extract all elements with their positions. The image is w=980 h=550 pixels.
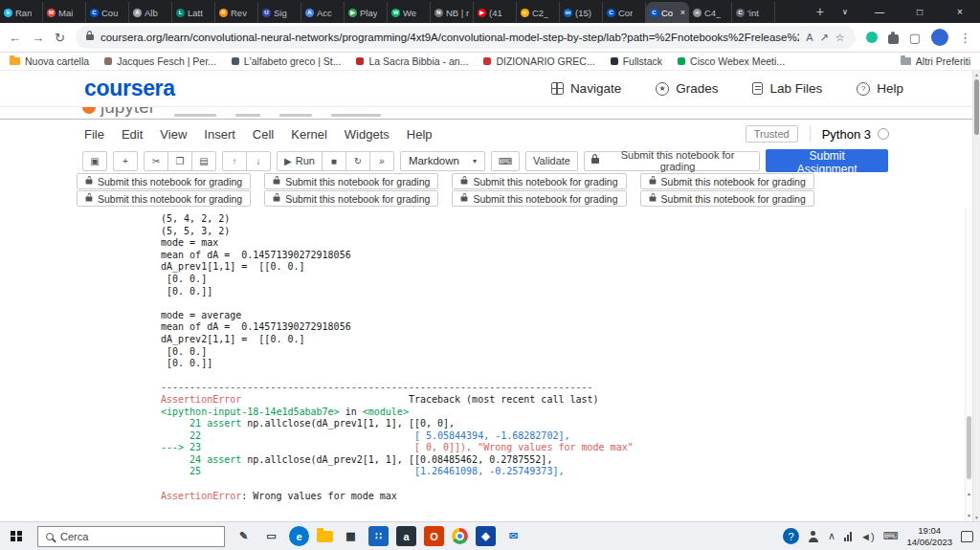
- taskbar-icon-file-explorer[interactable]: [317, 531, 333, 542]
- taskbar-search[interactable]: Cerca: [37, 526, 225, 547]
- browser-tab[interactable]: AAlb: [129, 2, 172, 23]
- nav-navigate[interactable]: Navigate: [551, 81, 621, 96]
- window-maximize-button[interactable]: □: [900, 0, 940, 23]
- browser-tab[interactable]: ∞C2_: [517, 2, 560, 23]
- scroll-down-icon[interactable]: ▼: [966, 513, 972, 518]
- submit-grading-button[interactable]: Submit this notebook for grading: [584, 151, 761, 171]
- taskbar-icon-bank-app[interactable]: ▦: [341, 526, 361, 546]
- taskbar-clock[interactable]: 19:04 14/06/2023: [906, 525, 952, 547]
- extension-green-icon[interactable]: [866, 32, 878, 43]
- taskbar-icon-a-app[interactable]: a: [396, 526, 416, 546]
- browser-tab[interactable]: C'int: [732, 2, 775, 23]
- paste-button[interactable]: ▤: [191, 151, 216, 171]
- bookmark-item[interactable]: Jacques Fesch | Per...: [104, 55, 216, 67]
- bookmark-item[interactable]: Fullstack: [611, 55, 662, 67]
- submit-grading-button[interactable]: Submit this notebook for grading: [264, 190, 438, 207]
- add-cell-button[interactable]: +: [113, 151, 138, 171]
- move-down-button[interactable]: ↓: [246, 151, 271, 171]
- menu-edit[interactable]: Edit: [113, 123, 151, 145]
- menu-help[interactable]: Help: [398, 123, 441, 145]
- submit-grading-button[interactable]: Submit this notebook for grading: [77, 190, 251, 207]
- browser-tab[interactable]: LLatt: [172, 2, 215, 23]
- submit-grading-button[interactable]: Submit this notebook for grading: [77, 173, 251, 189]
- volume-icon[interactable]: ◄): [860, 531, 875, 542]
- menu-insert[interactable]: Insert: [195, 123, 244, 145]
- menu-widgets[interactable]: Widgets: [336, 123, 398, 145]
- back-icon[interactable]: ←: [9, 31, 21, 45]
- taskbar-icon-chrome[interactable]: [452, 528, 468, 544]
- tab-search-chevron-icon[interactable]: ∨: [831, 0, 859, 23]
- omnibox[interactable]: coursera.org/learn/convolutional-neural-…: [76, 26, 856, 49]
- taskbar-icon-office-app[interactable]: O: [424, 526, 444, 546]
- submit-grading-button[interactable]: Submit this notebook for grading: [264, 173, 438, 189]
- copy-button[interactable]: ❐: [167, 151, 192, 171]
- share-icon[interactable]: ↗: [820, 32, 829, 44]
- bookmark-item[interactable]: Cisco Webex Meeti...: [678, 55, 785, 67]
- bookmark-item[interactable]: DIZIONARIO GREC...: [483, 55, 594, 67]
- taskbar-icon-blue-grid-app[interactable]: ∷: [368, 526, 389, 546]
- restart-run-all-button[interactable]: »: [369, 151, 394, 171]
- action-center-icon[interactable]: [961, 531, 973, 542]
- browser-tab[interactable]: AAcc: [301, 2, 345, 23]
- browser-tab[interactable]: kRan: [0, 2, 43, 23]
- submit-grading-button[interactable]: Submit this notebook for grading: [640, 190, 814, 207]
- bookmark-star-icon[interactable]: ☆: [835, 32, 845, 44]
- browser-tab[interactable]: CCou: [86, 2, 129, 23]
- browser-tab[interactable]: MMai: [43, 2, 86, 23]
- browser-tab[interactable]: ▶Play: [345, 2, 388, 23]
- bookmark-item[interactable]: La Sacra Bibbia - an...: [356, 55, 468, 67]
- browser-tab[interactable]: CCo×: [646, 2, 689, 23]
- taskbar-icon-mail[interactable]: ✉: [503, 526, 523, 546]
- submit-assignment-button[interactable]: Submit Assignment: [766, 149, 888, 172]
- save-button[interactable]: ▣: [82, 151, 107, 171]
- taskbar-icon-pen[interactable]: ✎: [234, 526, 254, 546]
- new-tab-button[interactable]: +: [810, 4, 831, 19]
- restart-kernel-button[interactable]: ↻: [345, 151, 370, 171]
- run-button[interactable]: ▶Run: [277, 151, 323, 171]
- extensions-puzzle-icon[interactable]: [888, 34, 899, 44]
- sidebar-icon[interactable]: ▢: [909, 31, 921, 45]
- reload-icon[interactable]: ↻: [55, 31, 65, 45]
- page-scrollbar-thumb[interactable]: [974, 79, 979, 135]
- coursera-logo[interactable]: coursera: [84, 76, 175, 101]
- forward-icon[interactable]: →: [32, 31, 44, 45]
- scroll-down-icon[interactable]: ▼: [973, 515, 980, 520]
- nav-grades[interactable]: ★ Grades: [656, 81, 718, 96]
- other-bookmarks[interactable]: Altri Preferiti: [901, 55, 970, 67]
- browser-tab[interactable]: WWe: [388, 2, 431, 23]
- nav-lab-files[interactable]: Lab Files: [752, 81, 822, 96]
- browser-tab[interactable]: RRev: [215, 2, 258, 23]
- translate-icon[interactable]: A: [806, 32, 813, 43]
- help-icon[interactable]: ?: [783, 528, 799, 544]
- tray-expand-icon[interactable]: ∧: [828, 530, 835, 542]
- taskbar-icon-edge[interactable]: e: [289, 526, 309, 546]
- scroll-up-icon[interactable]: ▲: [966, 491, 972, 496]
- start-button[interactable]: [4, 524, 29, 549]
- taskbar-icon-tablet[interactable]: ▭: [261, 526, 281, 546]
- validate-button[interactable]: Validate: [525, 151, 578, 171]
- browser-tab[interactable]: NNB | nc: [431, 2, 474, 23]
- cut-button[interactable]: ✂: [144, 151, 168, 171]
- browser-tab[interactable]: ▶(41: [474, 2, 517, 23]
- people-icon[interactable]: [808, 531, 819, 542]
- bookmark-item[interactable]: Nuova cartella: [10, 55, 89, 67]
- browser-menu-icon[interactable]: ⋮: [959, 31, 971, 45]
- menu-kernel[interactable]: Kernel: [282, 123, 336, 145]
- move-up-button[interactable]: ↑: [222, 151, 247, 171]
- bookmark-item[interactable]: L'alfabeto greco | St...: [232, 55, 342, 67]
- url-text[interactable]: coursera.org/learn/convolutional-neural-…: [100, 32, 799, 43]
- browser-tab[interactable]: in(15): [560, 2, 603, 23]
- window-minimize-button[interactable]: —: [859, 0, 900, 23]
- notebook-scrollbar-thumb[interactable]: [967, 416, 971, 479]
- nav-help[interactable]: ? Help: [857, 81, 903, 96]
- browser-tab[interactable]: CCor: [603, 2, 646, 23]
- page-scrollbar[interactable]: ▲ ▼: [972, 71, 980, 521]
- browser-tab[interactable]: ∞C4_: [689, 2, 732, 23]
- command-palette-button[interactable]: ⌨: [491, 151, 520, 171]
- touch-keyboard-icon[interactable]: ⌨: [883, 530, 899, 542]
- cell-type-select[interactable]: Markdown ▾: [400, 151, 485, 171]
- network-icon[interactable]: [844, 532, 852, 541]
- tab-close-icon[interactable]: ×: [680, 8, 685, 17]
- stop-button[interactable]: ■: [322, 151, 346, 171]
- submit-grading-button[interactable]: Submit this notebook for grading: [452, 190, 626, 207]
